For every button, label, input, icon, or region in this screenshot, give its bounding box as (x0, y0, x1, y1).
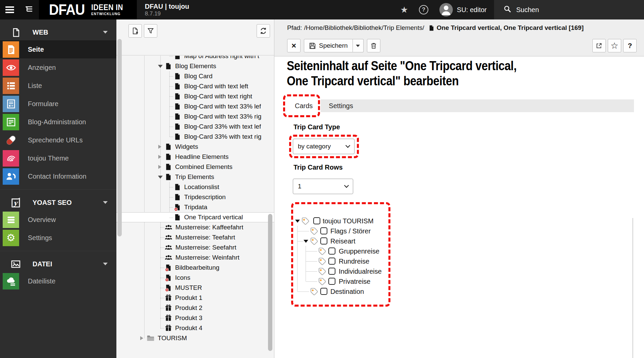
sidebar-item-blog-administration[interactable]: Blog-Administration (0, 113, 116, 131)
tree-item-trip-elements[interactable]: Trip Elements (116, 172, 274, 182)
sidebar-item-dateiliste[interactable]: Dateiliste (0, 272, 116, 290)
sidebar-item-formulare[interactable]: Formulare (0, 95, 116, 113)
expand-closed-icon[interactable] (158, 155, 161, 159)
page-icon (174, 93, 181, 100)
tree-item-blog-card-with-text-33-lef[interactable]: Blog-Card with text 33% lef (116, 101, 274, 111)
trip-card-rows-select[interactable]: 1 (293, 179, 353, 194)
collapse-icon[interactable] (304, 240, 308, 243)
expand-closed-icon[interactable] (158, 165, 161, 169)
expand-closed-icon[interactable] (158, 145, 161, 149)
page-tree-scrollbar[interactable] (268, 214, 272, 351)
brand-logo[interactable]: DFAU IDEEN IN ENTWICKLUNG (39, 0, 137, 19)
tree-item-musterreise-teefahrt[interactable]: Musterreise: Teefahrt (116, 232, 274, 242)
page-hidden-icon (174, 204, 181, 211)
trip-card-type-select[interactable]: by category (293, 139, 355, 154)
tree-item-produkt-1[interactable]: Produkt 1 (116, 293, 274, 303)
tree-item-label: Widgets (175, 143, 198, 150)
gift-icon (165, 304, 172, 312)
expand-open-icon[interactable] (158, 176, 163, 179)
tree-item-blog-card-with-text-left[interactable]: Blog-Card with text left (116, 81, 274, 91)
tree-item-tripdata[interactable]: Tripdata (116, 202, 274, 212)
new-page-button[interactable] (128, 24, 142, 38)
module-menu-scrollbar[interactable] (117, 39, 122, 236)
sidebar-item-seite[interactable]: Seite (0, 40, 116, 58)
tree-item-blog-card-with-text-right[interactable]: Blog-Card with text right (116, 91, 274, 101)
chevron-down-icon (103, 263, 108, 265)
tree-item-blog-card-with-text-33-rig[interactable]: Blog-Card with text 33% rig (116, 111, 274, 122)
checkbox-rundreise[interactable] (328, 258, 335, 265)
sidebar-item-liste[interactable]: Liste (0, 77, 116, 95)
bookmark-record-button[interactable]: ☆ (608, 39, 621, 52)
group-icon (165, 234, 172, 241)
checkbox-reiseart[interactable] (320, 237, 327, 244)
sidebar-section-yoast-seo[interactable]: yYOAST SEO (0, 194, 116, 211)
sidebar-item-toujou-theme[interactable]: toujou Theme (0, 149, 116, 167)
checkbox-toujou-tourism[interactable] (313, 217, 320, 224)
bookmark-button[interactable]: ★ (394, 0, 414, 19)
tree-item-map-of-address-right-with-t[interactable]: Map of Address right with t (116, 56, 274, 61)
expand-closed-icon[interactable] (140, 336, 143, 340)
open-in-new-window-button[interactable] (592, 39, 606, 52)
tree-item-headline-elements[interactable]: Headline Elements (116, 152, 274, 162)
checkbox-destination[interactable] (320, 288, 327, 295)
tab-cards[interactable]: Cards (287, 99, 321, 112)
tree-item-blog-card[interactable]: Blog Card (116, 71, 274, 81)
sidebar-item-sprechende-urls[interactable]: Sprechende URLs (0, 131, 116, 149)
checkbox-individualreise[interactable] (328, 268, 335, 275)
search-input[interactable]: Suchen (494, 0, 644, 19)
help-button[interactable]: ? (414, 0, 433, 19)
tab-settings[interactable]: Settings (321, 99, 361, 112)
tree-item-musterreise-seefahrt[interactable]: Musterreise: Seefahrt (116, 242, 274, 253)
checkbox-gruppenreise[interactable] (328, 248, 335, 255)
tree-item-blog-card-33-with-text-lef[interactable]: Blog-Card 33% with text lef (116, 122, 274, 132)
tree-item-tripdescription[interactable]: Tripdescription (116, 192, 274, 202)
tree-item-label: Icons (175, 274, 190, 281)
tree-item-locationslist[interactable]: Locationslist (116, 182, 274, 192)
tree-stub (160, 308, 164, 308)
tree-item-blog-elements[interactable]: Blog Elements (116, 61, 274, 71)
refresh-button[interactable] (257, 24, 270, 38)
tree-item-label: Produkt 2 (175, 304, 202, 312)
tree-item-label: Bildbearbeitung (175, 264, 219, 271)
tree-item-widgets[interactable]: Widgets (116, 142, 274, 152)
tree-item-muster[interactable]: MUSTER (116, 283, 274, 293)
content-scrollbar[interactable] (632, 218, 633, 358)
tree-item-produkt-2[interactable]: Produkt 2 (116, 303, 274, 313)
tree-item-produkt-4[interactable]: Produkt 4 (116, 323, 274, 333)
tree-item-musterreise-kaffeefahrt[interactable]: Musterreise: Kaffeefahrt (116, 222, 274, 232)
checkbox-flags-st-rer[interactable] (320, 227, 327, 234)
breadcrumb: Pfad: /Home/Bibliothek/Bibliothek/Trip E… (287, 24, 584, 32)
sidebar-item-anzeigen[interactable]: Anzeigen (0, 58, 116, 77)
tree-item-tourism[interactable]: TOURISM (116, 333, 274, 343)
user-menu[interactable]: SU: editor (433, 3, 494, 16)
tree-item-blog-card-33-with-text-rig[interactable]: Blog-Card 33% with text rig (116, 132, 274, 142)
page-icon (165, 62, 172, 70)
sidebar-item-settings[interactable]: ⚙Settings (0, 229, 116, 247)
module-menu-toggle-button[interactable] (0, 0, 19, 19)
delete-button[interactable] (367, 39, 380, 52)
save-button[interactable]: Speichern (304, 39, 353, 52)
sidebar-item-overview[interactable]: Overview (0, 211, 116, 229)
expand-open-icon[interactable] (158, 65, 163, 68)
collapse-icon[interactable] (295, 220, 300, 223)
tree-item-musterreise-weinfahrt[interactable]: Musterreise: Weinfahrt (116, 253, 274, 263)
pagetree-toggle-button[interactable] (19, 0, 39, 19)
close-button[interactable]: × (287, 39, 301, 52)
sidebar-section-web[interactable]: WEB (0, 24, 116, 40)
docheader-help-button[interactable]: ? (623, 39, 637, 52)
sidebar-section-datei[interactable]: DATEI (0, 256, 116, 272)
filter-button[interactable] (144, 24, 157, 38)
save-options-button[interactable] (353, 39, 364, 52)
page-tree-toolbar (116, 19, 274, 55)
tree-item-combined-elements[interactable]: Combined Elements (116, 162, 274, 172)
checkbox-privatreise[interactable] (328, 278, 335, 285)
tree-item-produkt-3[interactable]: Produkt 3 (116, 313, 274, 323)
seite-icon (3, 41, 19, 58)
tree-item-icons[interactable]: Icons (116, 273, 274, 283)
tree-item-bildbearbeitung[interactable]: Bildbearbeitung (116, 263, 274, 273)
tree-item-one-tripcard-vertical[interactable]: One Tripcard vertical (116, 212, 274, 222)
sidebar-item-contact-information[interactable]: Contact Information (0, 167, 116, 185)
overview-icon (3, 212, 19, 228)
chevron-down-icon (103, 201, 108, 204)
chevron-down-icon (356, 45, 360, 47)
